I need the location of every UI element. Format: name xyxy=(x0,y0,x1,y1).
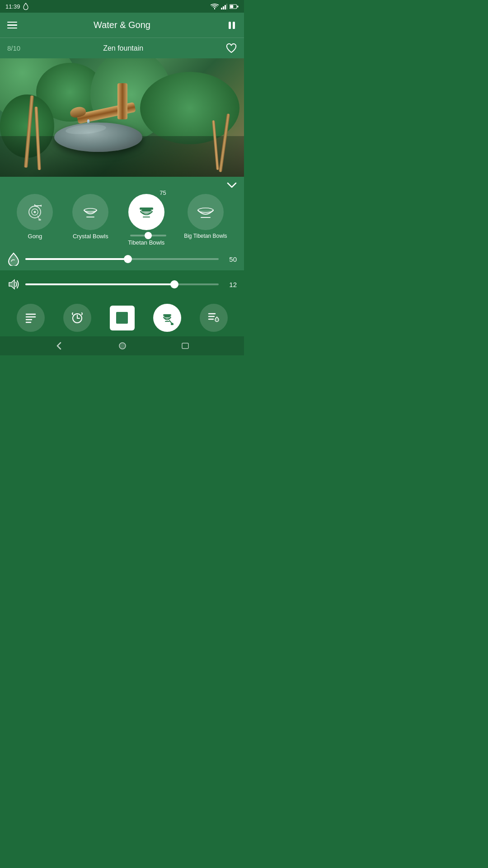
svg-point-11 xyxy=(34,211,36,213)
volume-section: 12 xyxy=(0,270,244,299)
home-icon xyxy=(119,342,126,349)
stop-icon xyxy=(116,312,128,324)
chevron-row xyxy=(7,182,237,190)
volume-slider-track[interactable] xyxy=(25,283,219,285)
big-tibetan-bowls-icon xyxy=(194,202,217,222)
pipe-vertical xyxy=(117,83,127,119)
favorites-list-icon xyxy=(207,311,221,324)
svg-rect-19 xyxy=(140,208,153,210)
top-bar: Water & Gong xyxy=(0,13,244,38)
chevron-down-icon xyxy=(227,182,237,189)
gong-icon xyxy=(25,202,45,222)
water-slider-value: 50 xyxy=(224,255,237,263)
bottom-control-bar xyxy=(0,299,244,336)
recent-apps-icon xyxy=(182,343,189,349)
volume-slider-fill xyxy=(25,283,174,285)
app-title: Water & Gong xyxy=(94,20,150,30)
sound-item-gong[interactable]: Gong xyxy=(17,194,53,240)
svg-rect-1 xyxy=(223,6,224,9)
water-slider-track[interactable] xyxy=(25,258,219,260)
svg-point-41 xyxy=(119,343,126,349)
svg-rect-6 xyxy=(230,5,233,8)
volume-slider-row: 12 xyxy=(7,274,237,295)
signal-icon xyxy=(221,4,227,9)
crystal-bowls-circle xyxy=(72,194,108,230)
svg-rect-7 xyxy=(229,22,231,29)
sounds-row: Gong Crystal Bowls 75 xyxy=(7,190,237,248)
tibetan-bowls-label: Tibetan Bowls xyxy=(128,239,164,246)
big-tibetan-bowls-label: Big Tibetan Bowls xyxy=(184,233,227,239)
stop-button[interactable] xyxy=(110,306,135,330)
home-button[interactable] xyxy=(119,342,126,349)
status-time-area: 11:39 xyxy=(5,3,29,10)
svg-rect-8 xyxy=(233,22,235,29)
svg-rect-32 xyxy=(163,314,171,316)
tibetan-bowls-value: 75 xyxy=(160,189,166,196)
status-icons-area xyxy=(211,4,239,9)
playlist-icon xyxy=(24,312,37,324)
status-bar: 11:39 xyxy=(0,0,244,13)
recent-apps-button[interactable] xyxy=(182,343,189,349)
crystal-bowls-icon xyxy=(80,203,100,221)
gong-label: Gong xyxy=(28,233,42,240)
big-tibetan-bowls-circle xyxy=(188,194,224,230)
volume-slider-value: 12 xyxy=(224,281,237,288)
hamburger-icon xyxy=(7,22,17,29)
tibetan-bowls-icon xyxy=(135,202,158,222)
sound-item-big-tibetan-bowls[interactable]: Big Tibetan Bowls xyxy=(184,194,227,239)
fountain-illustration xyxy=(0,58,244,177)
alarm-button[interactable] xyxy=(63,304,91,332)
sound-item-crystal-bowls[interactable]: Crystal Bowls xyxy=(72,194,108,240)
playlist-button[interactable] xyxy=(17,304,45,332)
alarm-icon xyxy=(70,311,84,325)
tibetan-slider-track xyxy=(130,235,166,236)
water-slider-thumb xyxy=(124,255,132,263)
wifi-icon xyxy=(211,4,219,9)
back-button[interactable] xyxy=(55,342,63,350)
pause-button[interactable] xyxy=(227,20,237,30)
water-slider-fill xyxy=(25,258,128,260)
svg-rect-2 xyxy=(225,5,226,9)
speaker-icon xyxy=(7,278,20,290)
droplet-status-icon xyxy=(23,3,29,10)
water-slider-row: 50 xyxy=(7,248,237,270)
droplet-icon xyxy=(7,252,20,266)
navigation-bar xyxy=(0,336,244,355)
gong-bell-button[interactable] xyxy=(153,304,181,332)
controls-panel: Gong Crystal Bowls 75 xyxy=(0,177,244,270)
track-counter: 8/10 xyxy=(7,44,20,52)
tibetan-bowls-circle: 75 xyxy=(128,194,164,230)
battery-icon xyxy=(230,4,239,9)
track-bar: 8/10 Zen fountain xyxy=(0,38,244,58)
time-display: 11:39 xyxy=(5,3,20,10)
heart-icon xyxy=(226,43,237,53)
water-icon xyxy=(7,252,20,266)
gong-bell-icon xyxy=(160,311,175,325)
favorite-button[interactable] xyxy=(226,43,237,53)
volume-slider-thumb xyxy=(170,280,178,288)
svg-point-16 xyxy=(38,219,41,221)
gong-circle xyxy=(17,194,53,230)
menu-button[interactable] xyxy=(7,22,17,29)
tibetan-slider-thumb xyxy=(145,232,152,239)
pause-icon xyxy=(227,20,237,30)
tibetan-volume-slider[interactable] xyxy=(130,235,163,236)
track-image xyxy=(0,58,244,177)
svg-rect-3 xyxy=(226,4,227,9)
volume-icon xyxy=(7,278,20,290)
back-icon xyxy=(55,342,63,350)
svg-rect-42 xyxy=(182,343,188,349)
svg-rect-5 xyxy=(237,5,239,7)
collapse-button[interactable] xyxy=(227,182,237,189)
favorites-button[interactable] xyxy=(200,304,228,332)
crystal-bowls-label: Crystal Bowls xyxy=(73,233,108,240)
sound-item-tibetan-bowls[interactable]: 75 Tibetan Bowls xyxy=(128,194,164,246)
track-name: Zen fountain xyxy=(103,44,143,52)
svg-rect-0 xyxy=(221,8,222,9)
